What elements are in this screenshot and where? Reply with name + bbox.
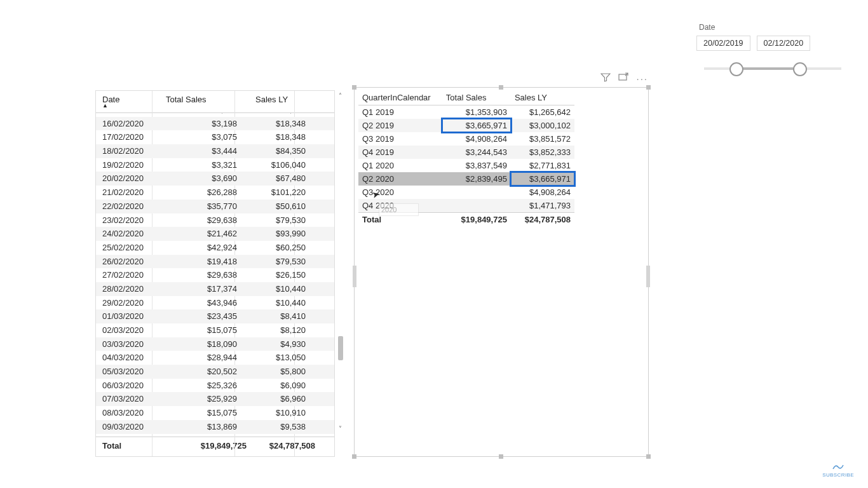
cell-date: 18/02/2020 — [96, 144, 161, 158]
resize-handle[interactable] — [646, 266, 650, 287]
cell-date: 24/02/2020 — [96, 227, 161, 241]
cell-sales-ly: $50,610 — [241, 200, 309, 214]
scroll-down-icon[interactable]: ˅ — [339, 425, 342, 432]
daily-sales-table[interactable]: Date ▲ Total Sales Sales LY 15/02/2020$2… — [95, 90, 335, 457]
cell-sales: $2,839,495 — [442, 172, 511, 186]
date-from-input[interactable]: 20/02/2019 — [696, 36, 750, 51]
table-row[interactable]: Q2 2020$2,839,495$3,665,971 — [358, 172, 574, 186]
table-row[interactable]: 07/03/2020$25,929$6,960 — [96, 392, 334, 406]
cell-sales-ly: $10,440 — [241, 282, 309, 296]
cell-date: 25/02/2020 — [96, 241, 161, 255]
cell-sales: $13,869 — [161, 420, 241, 434]
table-row[interactable]: Q1 2019$1,353,903$1,265,642 — [358, 105, 574, 119]
scroll-up-icon[interactable]: ˄ — [339, 92, 342, 99]
focus-mode-icon[interactable] — [618, 72, 628, 85]
cell-sales-ly: $4,930 — [241, 337, 309, 351]
cell-date: 06/03/2020 — [96, 379, 161, 393]
table-row[interactable]: 08/03/2020$15,075$10,910 — [96, 406, 334, 420]
cell-sales-ly: $4,908,264 — [511, 186, 574, 199]
tooltip: 2020 — [379, 203, 419, 216]
slider-handle-from[interactable] — [729, 62, 743, 76]
col-total-sales[interactable]: Total Sales — [442, 90, 511, 105]
date-slicer[interactable]: Date 20/02/2019 02/12/2020 — [696, 23, 849, 85]
date-to-input[interactable]: 02/12/2020 — [757, 36, 811, 51]
cell-date: 09/03/2020 — [96, 420, 161, 434]
table-row[interactable]: Q2 2019$3,665,971$3,000,102 — [358, 119, 574, 132]
col-date[interactable]: Date ▲ — [96, 91, 159, 112]
date-range-slider[interactable] — [696, 60, 849, 85]
table-row[interactable]: 05/03/2020$20,502$5,800 — [96, 365, 334, 379]
more-options-icon[interactable]: ··· — [636, 73, 648, 84]
table-row[interactable]: 02/03/2020$15,075$8,120 — [96, 323, 334, 337]
cell-sales: $26,288 — [161, 186, 241, 200]
cell-date: 27/02/2020 — [96, 268, 161, 282]
table-row[interactable]: Q3 2020$4,908,264 — [358, 186, 574, 199]
cell-date: 20/02/2020 — [96, 172, 161, 186]
cell-sales: $3,244,543 — [442, 146, 511, 159]
resize-handle[interactable] — [352, 454, 356, 459]
cell-date: 26/02/2020 — [96, 255, 161, 269]
table-row[interactable]: Q3 2019$4,908,264$3,851,572 — [358, 132, 574, 146]
cell-sales-ly: $106,040 — [241, 158, 309, 172]
resize-handle[interactable] — [646, 454, 651, 459]
table-row[interactable]: 01/03/2020$23,435$8,410 — [96, 309, 334, 323]
table-row[interactable]: 24/02/2020$21,462$93,990 — [96, 227, 334, 241]
cell-sales-ly: $8,120 — [241, 323, 309, 337]
table-row[interactable]: Q4 2019$3,244,543$3,852,333 — [358, 146, 574, 159]
cell-date: 29/02/2020 — [96, 296, 161, 310]
table-row[interactable]: 27/02/2020$29,638$26,150 — [96, 268, 334, 282]
cell-sales: $35,770 — [161, 200, 241, 214]
table-row[interactable]: 20/02/2020$3,690$67,480 — [96, 172, 334, 186]
cell-date: 07/03/2020 — [96, 392, 161, 406]
table-row[interactable]: 09/03/2020$13,869$9,538 — [96, 420, 334, 434]
cell-date: 23/02/2020 — [96, 214, 161, 227]
cell-date: 03/03/2020 — [96, 337, 161, 351]
table-row[interactable]: 19/02/2020$3,321$106,040 — [96, 158, 334, 172]
table-header: QuarterInCalendar Total Sales Sales LY — [358, 90, 574, 105]
table-row[interactable]: 18/02/2020$3,444$84,350 — [96, 144, 334, 158]
table-row[interactable]: Q1 2020$3,837,549$2,771,831 — [358, 159, 574, 172]
resize-handle[interactable] — [499, 85, 503, 90]
table-row[interactable]: 06/03/2020$25,326$6,090 — [96, 379, 334, 393]
filter-icon[interactable] — [600, 72, 611, 85]
table-row[interactable]: 03/03/2020$18,090$4,930 — [96, 337, 334, 351]
table-header: Date ▲ Total Sales Sales LY — [96, 91, 334, 113]
table-row[interactable]: 16/02/2020$3,198$18,348 — [96, 117, 334, 131]
resize-handle[interactable] — [352, 85, 356, 90]
quarterly-sales-table[interactable]: ··· QuarterInCalendar Total Sales Sales … — [354, 87, 649, 457]
table-row[interactable]: 17/02/2020$3,075$18,348 — [96, 130, 334, 144]
cell-sales: $15,075 — [161, 323, 241, 337]
cell-sales-ly: $79,530 — [241, 214, 309, 227]
vertical-scrollbar[interactable]: ˄ ˅ — [337, 92, 347, 438]
table-row[interactable]: 22/02/2020$35,770$50,610 — [96, 200, 334, 214]
cell-sales: $29,638 — [161, 214, 241, 227]
cell-sales: $23,435 — [161, 309, 241, 323]
col-quarter[interactable]: QuarterInCalendar — [358, 90, 442, 105]
table-row[interactable]: 25/02/2020$42,924$60,250 — [96, 241, 334, 255]
cell-quarter: Q1 2019 — [358, 105, 442, 119]
table-row[interactable]: 23/02/2020$29,638$79,530 — [96, 214, 334, 227]
cell-date: 22/02/2020 — [96, 200, 161, 214]
cell-sales-ly: $84,350 — [241, 144, 309, 158]
table-row[interactable]: 26/02/2020$19,418$79,530 — [96, 255, 334, 269]
col-sales-ly[interactable]: Sales LY — [511, 90, 574, 105]
cell-date: 16/02/2020 — [96, 117, 161, 131]
col-sales-ly[interactable]: Sales LY — [249, 91, 318, 112]
table-row[interactable]: 29/02/2020$43,946$10,440 — [96, 296, 334, 310]
subscribe-watermark: SUBSCRIBE — [822, 463, 854, 478]
resize-handle[interactable] — [499, 454, 503, 459]
cell-sales-ly: $67,480 — [241, 172, 309, 186]
resize-handle[interactable] — [646, 85, 651, 90]
slider-handle-to[interactable] — [793, 62, 807, 76]
cell-sales: $3,198 — [161, 117, 241, 131]
scroll-thumb[interactable] — [338, 336, 343, 360]
cell-sales-ly: $60,250 — [241, 241, 309, 255]
table-row[interactable]: 21/02/2020$26,288$101,220 — [96, 186, 334, 200]
resize-handle[interactable] — [353, 266, 356, 287]
table-row[interactable]: 04/03/2020$28,944$13,050 — [96, 351, 334, 365]
cell-sales-ly: $1,471,793 — [511, 199, 574, 213]
cell-quarter: Q3 2020 — [358, 186, 442, 199]
cell-sales-ly: $101,220 — [241, 186, 309, 200]
col-total-sales[interactable]: Total Sales — [159, 91, 249, 112]
table-row[interactable]: 28/02/2020$17,374$10,440 — [96, 282, 334, 296]
